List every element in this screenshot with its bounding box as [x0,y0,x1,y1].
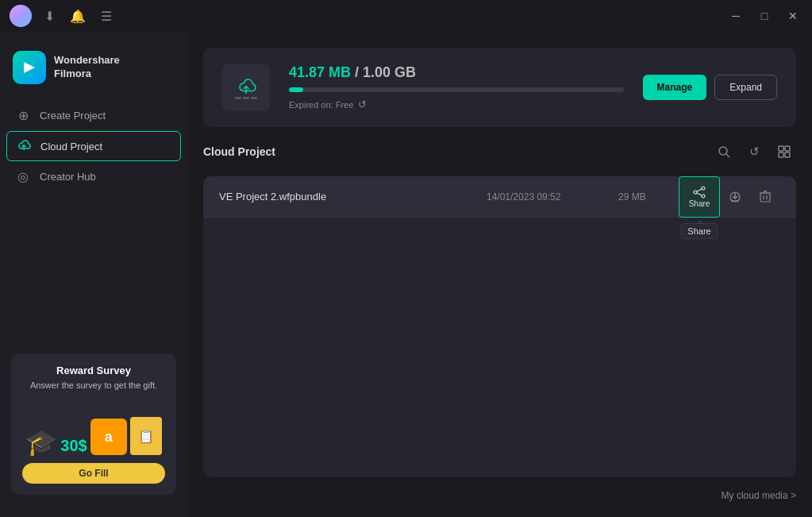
file-date: 14/01/2023 09:52 [487,191,606,203]
amazon-icon: a [90,419,127,455]
svg-rect-6 [779,152,783,157]
cloud-storage-icon [222,64,270,111]
svg-line-3 [726,154,729,157]
minimize-button[interactable]: ─ [723,3,749,29]
go-fill-button[interactable]: Go Fill [22,463,165,484]
reward-subtitle: Answer the survey to get the gift. [22,380,165,392]
sidebar-item-label: Cloud Project [40,141,102,152]
reward-amount: 30$ [60,437,87,455]
storage-bar-fill [289,87,303,92]
cloud-project-header: Cloud Project ↺ [203,140,796,164]
close-button[interactable]: ✕ [780,3,806,29]
svg-line-12 [697,193,702,195]
creator-hub-icon: ◎ [16,169,30,184]
create-project-icon: ⊕ [16,108,30,123]
svg-point-10 [694,191,697,194]
manage-button[interactable]: Manage [643,75,707,100]
file-name: VE Project 2.wfpbundle [219,191,474,203]
sidebar-item-creator-hub[interactable]: ◎ Creator Hub [0,161,187,192]
sidebar-item-create-project[interactable]: ⊕ Create Project [0,100,187,131]
svg-rect-7 [785,152,790,157]
delete-button[interactable] [750,182,780,212]
sidebar: Wondershare Filmora ⊕ Create Project Clo… [0,32,187,517]
logo-area: Wondershare Filmora [0,44,187,100]
sidebar-item-label: Create Project [40,110,106,122]
bottom-bar: My cloud media > [203,490,796,501]
main-content: 41.87 MB / 1.00 GB Expired on: Free ↺ Ma… [187,32,812,517]
refresh-icon[interactable]: ↺ [358,98,367,110]
sidebar-item-label: Creator Hub [40,171,96,183]
file-list: VE Project 2.wfpbundle 14/01/2023 09:52 … [203,176,796,477]
title-bar: ⬇ 🔔 ☰ ─ □ ✕ [0,0,812,32]
share-tooltip: Share [680,223,718,239]
table-row: VE Project 2.wfpbundle 14/01/2023 09:52 … [203,176,796,218]
storage-info: 41.87 MB / 1.00 GB Expired on: Free ↺ [289,64,624,110]
storage-bar-bg [289,87,624,92]
sidebar-item-cloud-project[interactable]: Cloud Project [6,131,181,161]
storage-total-text: / 1.00 GB [355,64,416,80]
share-label: Share [689,199,710,208]
file-actions: Share Share [679,176,780,218]
clipboard-icon: 📋 [130,417,162,455]
section-title: Cloud Project [203,145,275,158]
refresh-list-icon[interactable]: ↺ [742,140,766,164]
svg-rect-14 [760,193,770,202]
title-bar-icons: ⬇ 🔔 ☰ [0,5,117,27]
cloud-project-icon [17,139,31,153]
avatar-icon[interactable] [10,5,32,27]
svg-rect-4 [779,146,783,151]
cloud-device-lines [235,97,257,99]
reward-illustration: 🎓 30$ a 📋 [22,399,165,455]
storage-card: 41.87 MB / 1.00 GB Expired on: Free ↺ Ma… [203,48,796,127]
app-logo-text: Wondershare Filmora [54,54,120,81]
search-icon[interactable] [712,140,736,164]
storage-expire: Expired on: Free ↺ [289,98,624,110]
share-button[interactable]: Share Share [679,176,720,218]
storage-used-text: 41.87 MB [289,64,351,80]
svg-point-8 [702,187,705,190]
hamburger-icon[interactable]: ☰ [95,5,117,27]
download-icon[interactable]: ⬇ [38,5,60,27]
svg-rect-5 [785,146,790,151]
storage-size: 41.87 MB / 1.00 GB [289,64,624,81]
grid-view-icon[interactable] [772,140,796,164]
section-actions: ↺ [712,140,796,164]
my-cloud-link[interactable]: My cloud media > [722,490,796,501]
reward-card: Reward Survey Answer the survey to get t… [11,353,176,495]
reward-title: Reward Survey [22,365,165,376]
svg-point-9 [702,195,705,198]
file-size: 29 MB [618,191,666,203]
svg-line-11 [697,189,702,191]
storage-actions: Manage Expand [643,75,777,100]
main-layout: Wondershare Filmora ⊕ Create Project Clo… [0,32,812,517]
app-logo-icon [13,51,46,84]
download-button[interactable] [720,182,750,212]
svg-point-2 [719,147,727,155]
notification-icon[interactable]: 🔔 [67,5,89,27]
expand-button[interactable]: Expand [714,75,777,100]
maximize-button[interactable]: □ [752,3,777,29]
